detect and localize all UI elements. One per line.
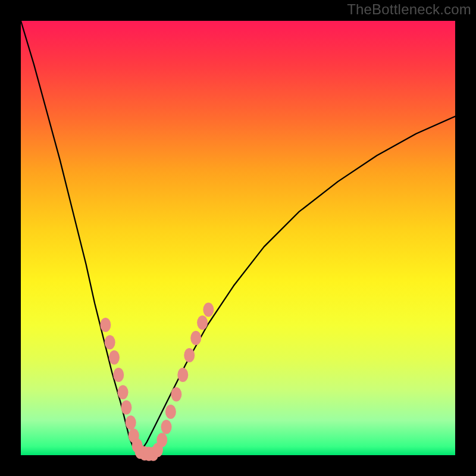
watermark-text: TheBottleneck.com (347, 1, 471, 18)
marker-dot (113, 368, 124, 382)
marker-dot (184, 348, 195, 362)
marker-dot (161, 420, 172, 434)
chart-frame: TheBottleneck.com (0, 0, 476, 476)
marker-dot (100, 318, 111, 332)
marker-dot (109, 350, 120, 365)
marker-group (100, 302, 214, 461)
marker-dot (156, 433, 167, 447)
marker-dot (197, 315, 208, 330)
marker-dot (105, 335, 115, 349)
marker-dot (177, 368, 188, 382)
marker-dot (165, 405, 176, 419)
marker-dot (121, 400, 131, 415)
marker-dot (118, 385, 129, 399)
marker-dot (171, 387, 181, 402)
marker-dot (126, 415, 136, 430)
curve-group (21, 21, 455, 455)
marker-dot (190, 331, 201, 345)
series-right-curve (138, 117, 455, 455)
chart-svg (21, 21, 455, 455)
marker-dot (203, 302, 214, 317)
